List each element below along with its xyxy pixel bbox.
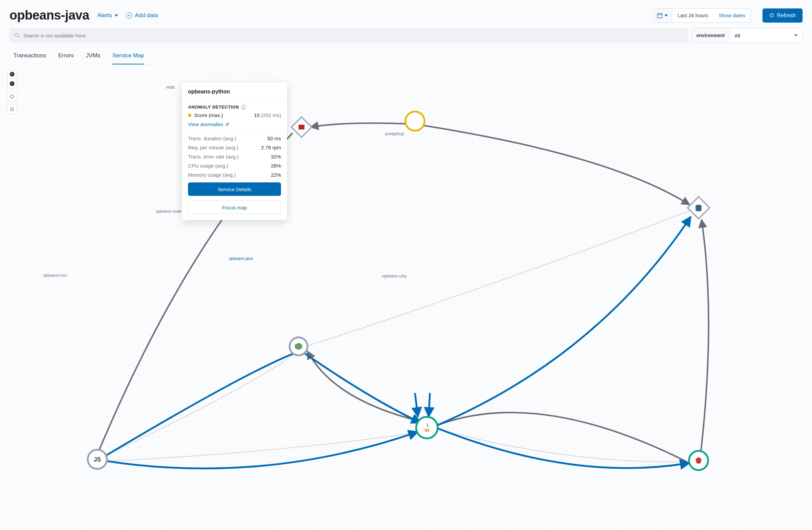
svg-rect-0 [657, 13, 662, 18]
svg-point-19 [13, 110, 14, 111]
stat-row: Req. per minute (avg.)2.78 rpm [188, 145, 281, 150]
map-controls: + − [8, 69, 17, 114]
zoom-in-button[interactable]: + [8, 69, 17, 79]
fit-button[interactable] [8, 92, 17, 101]
tab-transactions[interactable]: Transactions [14, 52, 46, 65]
stat-row: Trans. duration (avg.)50 ms [188, 136, 281, 141]
zoom-out-button[interactable]: − [8, 79, 17, 88]
svg-point-24 [695, 205, 701, 207]
svg-point-28 [416, 417, 438, 438]
plus-circle-icon: + [126, 13, 132, 18]
time-range-label[interactable]: Last 24 hours [672, 9, 714, 22]
page-title: opbeans-java [10, 8, 89, 23]
chevron-down-icon [664, 14, 668, 16]
svg-point-15 [12, 109, 13, 110]
tab-errors[interactable]: Errors [58, 52, 74, 65]
svg-point-14 [11, 109, 11, 110]
svg-point-22 [405, 112, 424, 131]
svg-point-12 [12, 108, 13, 108]
node-label-postgresql[interactable]: postgresql [385, 131, 404, 136]
node-label-opbeans-node[interactable]: opbeans-node [156, 209, 182, 214]
alerts-label: Alerts [97, 12, 112, 19]
focus-map-button[interactable]: Focus map [188, 200, 281, 214]
tab-service-map[interactable]: Service Map [112, 52, 144, 65]
add-data-label: Add data [135, 12, 158, 19]
score-label: Score (max.) [188, 112, 223, 118]
environment-picker: environment All [691, 28, 802, 43]
svg-text:JS: JS [94, 456, 101, 463]
view-anomalies-link[interactable]: View anomalies [188, 121, 281, 132]
map-svg: JS [0, 65, 812, 530]
node-label-redis[interactable]: redis [166, 85, 175, 90]
search-box [10, 28, 688, 43]
chevron-down-icon [794, 34, 798, 37]
node-label-opbeans-rum[interactable]: opbeans-rum [43, 273, 67, 278]
calendar-icon [657, 13, 663, 18]
svg-point-11 [11, 108, 11, 108]
svg-point-17 [11, 110, 11, 111]
refresh-label: Refresh [777, 13, 796, 18]
tab-jvms[interactable]: JVMs [86, 52, 100, 65]
external-link-icon [226, 122, 229, 126]
popover-title: opbeans-python [188, 89, 281, 100]
refresh-button[interactable]: Refresh [763, 9, 802, 23]
chevron-down-icon [115, 14, 118, 16]
time-range-picker: Last 24 hours Show dates [653, 9, 751, 23]
add-data-link[interactable]: + Add data [126, 12, 158, 19]
stat-row: Memory usage (avg.)22% [188, 172, 281, 178]
anomaly-header: ANOMALY DETECTION i [188, 104, 281, 110]
environment-label: environment [692, 28, 730, 42]
service-popover: opbeans-python ANOMALY DETECTION i Score… [182, 83, 287, 220]
search-input [23, 33, 683, 39]
node-label-opbeans-ruby[interactable]: opbeans-ruby [382, 274, 406, 278]
svg-point-16 [13, 109, 14, 110]
service-map[interactable]: + − [0, 65, 812, 530]
search-icon [14, 33, 20, 38]
stat-row: Trans. error rate (avg.)32% [188, 154, 281, 159]
calendar-button[interactable] [653, 9, 672, 22]
svg-point-13 [13, 108, 14, 108]
alerts-dropdown[interactable]: Alerts [97, 12, 118, 19]
stat-row: CPU usage (avg.)28% [188, 163, 281, 169]
svg-point-18 [12, 110, 13, 111]
score-dot-icon [188, 114, 191, 117]
info-icon[interactable]: i [241, 105, 246, 110]
grid-button[interactable] [8, 104, 17, 114]
svg-line-5 [18, 37, 19, 38]
tabs: Transactions Errors JVMs Service Map [0, 46, 812, 65]
svg-point-4 [15, 33, 18, 37]
svg-rect-21 [299, 125, 305, 129]
score-value: 15 (202 ms) [254, 112, 281, 118]
show-dates-link[interactable]: Show dates [714, 9, 751, 22]
environment-value: All [735, 33, 740, 39]
refresh-icon [769, 13, 774, 18]
service-details-button[interactable]: Service Details [188, 182, 281, 196]
environment-select[interactable]: All [730, 28, 802, 42]
node-label-opbeans-java[interactable]: opbeans-java [229, 256, 253, 261]
